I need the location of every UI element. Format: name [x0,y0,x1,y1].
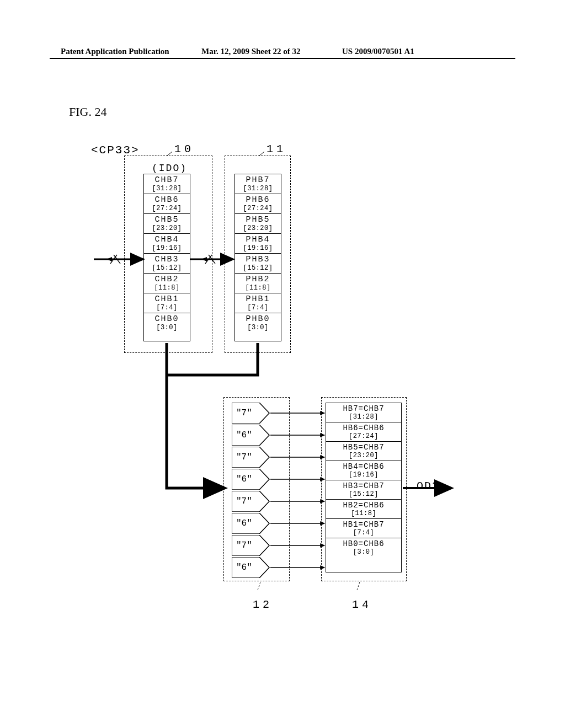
svg-marker-13 [106,257,112,261]
svg-marker-17 [201,257,207,261]
connector-overlay [0,0,565,728]
